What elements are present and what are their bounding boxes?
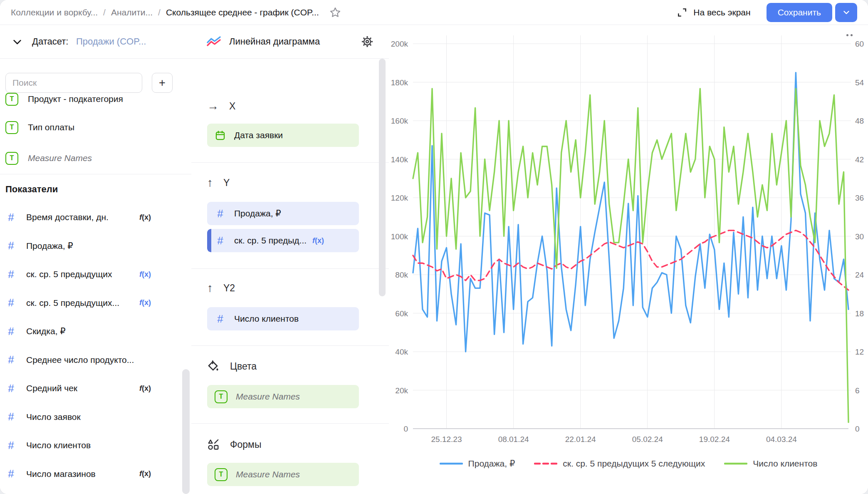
number-field-icon: # (215, 207, 226, 220)
text-field-icon: T (5, 93, 18, 106)
legend-item[interactable]: Продажа, ₽ (440, 459, 515, 469)
line-chart-icon (206, 35, 222, 48)
text-field-icon: T (215, 390, 228, 403)
field-item-measure[interactable]: #Скидка, ₽ (5, 322, 172, 340)
y-left-tick-label: 80k (395, 271, 408, 279)
y-right-tick-label: 36 (855, 194, 864, 202)
y-left-tick-label: 120k (391, 194, 408, 202)
save-menu-button[interactable] (835, 3, 857, 22)
legend-line-sample (440, 462, 463, 465)
number-field-icon: # (5, 467, 17, 480)
series-sales (413, 72, 848, 352)
text-field-icon: T (215, 468, 228, 481)
line-chart: 0020k640k1260k1880k24100k30120k36140k421… (389, 25, 868, 494)
shapes-icon (207, 438, 220, 451)
arrow-up-icon: ↑ (207, 176, 213, 189)
y-right-tick-label: 30 (855, 232, 864, 241)
calendar-icon (215, 130, 226, 141)
expand-icon (677, 7, 687, 18)
y-left-tick-label: 20k (395, 386, 408, 395)
field-item-measure[interactable]: #Число заявок (5, 408, 172, 426)
formula-icon: f(x) (139, 270, 151, 278)
text-field-icon: T (5, 121, 18, 134)
field-item-dimension[interactable]: TMeasure Names (5, 149, 172, 167)
y-right-tick-label: 18 (855, 309, 864, 318)
field-item-measure[interactable]: #ск. ср. 5 предыдущихf(x) (5, 265, 172, 283)
y-right-tick-label: 12 (855, 348, 864, 356)
formula-icon: f(x) (139, 298, 151, 307)
top-bar: Коллекции и воркбу... / Аналити... / Ско… (0, 0, 868, 25)
number-field-icon: # (5, 268, 17, 281)
field-item-measure[interactable]: #Число клиентов (5, 436, 172, 454)
chart-config-panel: Линейная диаграмма →XДата (191, 25, 389, 494)
chart-legend: Продажа, ₽ск. ср. 5 предыдущих 5 следующ… (389, 459, 868, 469)
y-left-tick-label: 180k (391, 78, 408, 87)
field-item-measure[interactable]: #Время доставки, дн.f(x) (5, 208, 172, 226)
number-field-icon: # (5, 211, 17, 224)
number-field-icon: # (215, 313, 226, 325)
dataset-row: Датасет: Продажи (COP... (0, 25, 191, 59)
number-field-icon: # (5, 382, 17, 395)
fullscreen-label: На весь экран (693, 7, 750, 17)
field-item-measure[interactable]: #ск. ср. 5 предыдущих...f(x) (5, 294, 172, 312)
dataset-label: Датасет: (32, 36, 68, 47)
y-left-tick-label: 40k (395, 348, 408, 356)
gear-icon[interactable] (361, 35, 374, 48)
save-button[interactable]: Сохранить (767, 3, 832, 22)
formula-icon: f(x) (312, 236, 324, 245)
number-field-icon: # (5, 296, 17, 309)
legend-item[interactable]: ск. ср. 5 предыдущих 5 следующих (534, 459, 705, 469)
page-title: Скользящее среднее - график (COP... (166, 7, 319, 17)
sidebar-scrollbar[interactable] (182, 369, 190, 494)
shelf-label-shapes: Формы (207, 438, 261, 451)
shelf-pill-x[interactable]: Дата заявки (207, 124, 359, 147)
fullscreen-button[interactable]: На весь экран (677, 7, 750, 18)
y-left-tick-label: 0 (403, 424, 408, 433)
y-left-tick-label: 160k (391, 117, 408, 125)
y-right-tick-label: 24 (855, 271, 864, 279)
divider (191, 423, 389, 424)
shelf-pill-y[interactable]: #Продажа, ₽ (207, 202, 359, 225)
formula-icon: f(x) (139, 213, 151, 221)
breadcrumb-analytics[interactable]: Аналити... (111, 7, 153, 17)
field-item-dimension[interactable]: TТип оплаты (5, 118, 172, 137)
shelf-pill-shapes[interactable]: TMeasure Names (207, 463, 359, 486)
legend-line-sample (724, 462, 747, 465)
arrow-up-icon: ↑ (207, 281, 213, 295)
x-tick-label: 19.02.24 (699, 435, 730, 444)
y-left-tick-label: 200k (391, 40, 408, 48)
legend-item[interactable]: Число клиентов (724, 459, 817, 469)
number-field-icon: # (5, 353, 17, 366)
formula-icon: f(x) (139, 469, 151, 478)
legend-line-sample (534, 462, 557, 465)
field-item-measure[interactable]: #Среднее число продукто... (5, 351, 172, 369)
divider (191, 345, 389, 346)
field-item-measure[interactable]: #Число магазиновf(x) (5, 465, 172, 483)
shelf-label-y2: ↑Y2 (207, 281, 235, 295)
x-tick-label: 08.01.24 (498, 435, 529, 444)
y-left-tick-label: 100k (391, 232, 408, 241)
breadcrumb-separator: / (158, 7, 161, 17)
arrow-right-icon: → (207, 99, 219, 113)
field-item-measure[interactable]: #Продажа, ₽ (5, 237, 172, 255)
panel-scrollbar[interactable] (379, 59, 386, 296)
app-window: Коллекции и воркбу... / Аналити... / Ско… (0, 0, 868, 494)
divider (0, 174, 191, 174)
chart-type-label[interactable]: Линейная диаграмма (229, 36, 320, 47)
shelf-pill-y2[interactable]: #Число клиентов (207, 307, 359, 330)
breadcrumb-collections[interactable]: Коллекции и воркбу... (11, 7, 98, 17)
y-right-tick-label: 0 (855, 424, 860, 433)
shelf-label-y: ↑Y (207, 176, 230, 189)
collapse-chevron-icon[interactable] (12, 36, 23, 47)
field-item-dimension[interactable]: TПродукт - подкатегория (5, 90, 172, 108)
shelf-pill-y[interactable]: #ск. ср. 5 предыд...f(x) (207, 229, 359, 252)
y-right-tick-label: 6 (855, 386, 860, 395)
dataset-link[interactable]: Продажи (COP... (76, 36, 146, 47)
number-field-icon: # (5, 439, 17, 452)
chart-corner-dots (846, 34, 853, 36)
divider (191, 268, 389, 269)
field-item-measure[interactable]: #Средний чекf(x) (5, 379, 172, 397)
x-tick-label: 25.12.23 (431, 435, 462, 444)
shelf-pill-colors[interactable]: TMeasure Names (207, 385, 359, 408)
favorite-star-icon[interactable] (329, 6, 341, 19)
